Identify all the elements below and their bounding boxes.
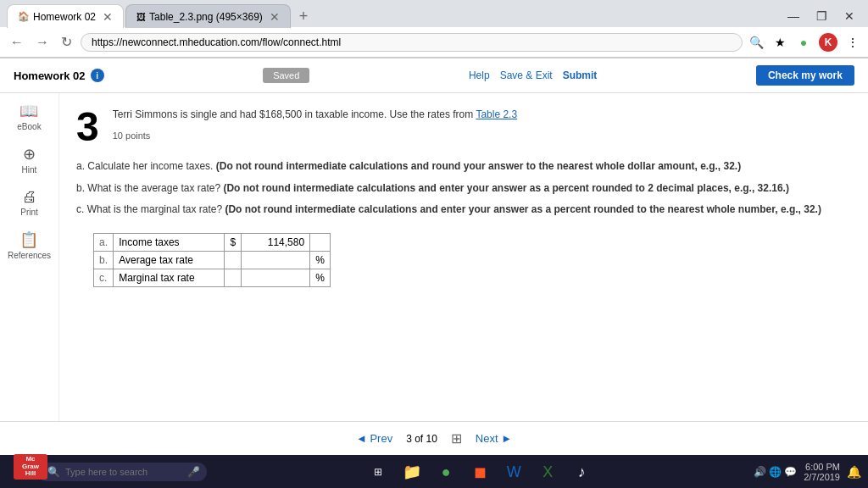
sidebar-item-ebook[interactable]: 📖 eBook (17, 102, 41, 131)
taskbar-right: 🔊 🌐 💬 6:00 PM 2/7/2019 🔔 (754, 462, 862, 482)
row-b-input-cell[interactable] (242, 251, 310, 269)
row-b-letter: b. (94, 251, 114, 269)
page-header: Homework 02 i Saved Help Save & Exit Sub… (0, 58, 868, 93)
save-exit-button[interactable]: Save & Exit (500, 69, 553, 81)
excel-icon[interactable]: X (534, 458, 561, 485)
back-button[interactable]: ← (7, 33, 27, 52)
info-icon[interactable]: i (91, 69, 104, 82)
answer-table-wrapper: a. Income taxes $ 114,580 b. Average tax… (93, 233, 851, 287)
grid-icon[interactable]: ⊞ (451, 430, 462, 446)
row-a-letter: a. (94, 233, 114, 251)
saved-button: Saved (263, 68, 309, 83)
sub-b-text: What is the average tax rate? (87, 182, 223, 194)
prev-button[interactable]: ◄ Prev (356, 432, 392, 445)
search-icon[interactable]: 🔍 (748, 34, 765, 51)
mh-logo: McGrawHill (14, 454, 47, 480)
sub-a-instruction: (Do not round intermediate calculations … (216, 160, 741, 172)
taskbar-app-icons: ⊞ 📁 ● ◼ W X ♪ (364, 458, 595, 485)
intro-text: Terri Simmons is single and had $168,500… (113, 108, 476, 120)
tiles-icon[interactable]: ◼ (466, 458, 493, 485)
sub-question-c: c. What is the marginal tax rate? (Do no… (76, 201, 851, 219)
sub-question-a: a. Calculate her income taxes. (Do not r… (76, 158, 851, 176)
sub-c-instruction: (Do not round intermediate calculations … (225, 203, 821, 215)
question-number: 3 (76, 107, 99, 147)
main-content: 3 Terri Simmons is single and had $168,5… (59, 93, 868, 421)
ebook-label: eBook (17, 122, 41, 131)
taskbar-mic-icon: 🎤 (187, 466, 200, 478)
inactive-tab[interactable]: 🖼 Table_2.3.png (495×369) ✕ (125, 4, 291, 28)
notification-icon[interactable]: 🔔 (847, 465, 861, 479)
sidebar-item-hint[interactable]: ⊕ Hint (22, 145, 37, 175)
tab-close-btn[interactable]: ✕ (103, 10, 113, 24)
table-link[interactable]: Table 2.3 (476, 108, 517, 120)
sub-b-letter: b. (76, 182, 87, 194)
restore-button[interactable]: ❐ (810, 8, 834, 25)
new-tab-button[interactable]: + (292, 8, 315, 25)
taskbar-datetime: 6:00 PM 2/7/2019 (804, 462, 840, 482)
homework-title: Homework 02 (14, 69, 86, 82)
taskbar-time-display: 6:00 PM (804, 462, 840, 472)
chrome-taskbar-icon[interactable]: ● (432, 458, 459, 485)
row-c-currency (225, 269, 242, 286)
row-b-currency (225, 251, 242, 269)
row-b-pct: % (310, 251, 331, 269)
sub-question-b: b. What is the average tax rate? (Do not… (76, 180, 851, 198)
forward-button[interactable]: → (32, 33, 53, 52)
taskbar-date-display: 2/7/2019 (804, 472, 840, 482)
references-icon: 📋 (19, 230, 38, 249)
table-row: b. Average tax rate % (94, 251, 331, 269)
minimize-button[interactable]: — (781, 8, 806, 25)
marginal-tax-input[interactable] (247, 272, 304, 284)
submit-button[interactable]: Submit (563, 69, 598, 81)
row-a-desc: Income taxes (114, 233, 225, 251)
tab2-icon: 🖼 (136, 12, 146, 22)
sidebar: 📖 eBook ⊕ Hint 🖨 Print 📋 References (0, 93, 59, 421)
sub-a-letter: a. (76, 160, 87, 172)
chrome-icon[interactable]: ● (795, 34, 812, 51)
sidebar-item-print[interactable]: 🖨 Print (20, 188, 38, 217)
help-link[interactable]: Help (469, 69, 490, 81)
address-bar: ← → ↻ 🔍 ★ ● K ⋮ (0, 27, 868, 58)
menu-icon[interactable]: ⋮ (844, 34, 861, 51)
ebook-icon: 📖 (19, 102, 38, 120)
bottom-navigation: McGrawHill ◄ Prev 3 of 10 ⊞ Next ► (0, 421, 868, 455)
taskbar-search[interactable]: 🔍 🎤 (37, 463, 207, 481)
url-input[interactable] (81, 33, 743, 52)
references-label: References (8, 251, 51, 260)
sub-c-text: What is the marginal tax rate? (87, 203, 225, 215)
sub-b-instruction: (Do not round intermediate calculations … (223, 182, 789, 194)
row-c-letter: c. (94, 269, 114, 286)
close-button[interactable]: ✕ (837, 8, 861, 25)
refresh-button[interactable]: ↻ (58, 32, 75, 52)
sub-questions: a. Calculate her income taxes. (Do not r… (76, 158, 851, 219)
tab2-close-btn[interactable]: ✕ (270, 10, 280, 24)
profile-icon[interactable]: K (819, 33, 837, 52)
row-c-pct: % (310, 269, 331, 286)
points-label: 10 points (113, 130, 851, 141)
answer-table: a. Income taxes $ 114,580 b. Average tax… (93, 233, 331, 287)
row-a-value: 114,580 (242, 233, 310, 251)
tab2-title: Table_2.3.png (495×369) (149, 11, 263, 23)
next-button[interactable]: Next ► (476, 432, 512, 445)
row-c-desc: Marginal tax rate (114, 269, 225, 286)
average-tax-input[interactable] (247, 254, 304, 266)
check-my-work-button[interactable]: Check my work (756, 65, 854, 86)
print-icon: 🖨 (22, 188, 37, 206)
sidebar-item-references[interactable]: 📋 References (8, 230, 51, 260)
hint-icon: ⊕ (23, 145, 36, 164)
table-row: a. Income taxes $ 114,580 (94, 233, 331, 251)
app-icon[interactable]: ♪ (568, 458, 595, 485)
word-icon[interactable]: W (500, 458, 527, 485)
taskbar-search-input[interactable] (65, 467, 182, 477)
sub-a-text: Calculate her income taxes. (87, 160, 215, 172)
tab-title: Homework 02 (33, 11, 96, 23)
file-explorer-icon[interactable]: 📁 (398, 458, 426, 485)
task-view-icon[interactable]: ⊞ (364, 458, 392, 485)
page-indicator: 3 of 10 (406, 433, 437, 445)
table-row: c. Marginal tax rate % (94, 269, 331, 286)
row-a-pct (310, 233, 331, 251)
bookmark-icon[interactable]: ★ (771, 34, 788, 51)
active-tab[interactable]: 🏠 Homework 02 ✕ (7, 4, 124, 28)
row-c-input-cell[interactable] (242, 269, 310, 286)
print-label: Print (20, 208, 38, 217)
